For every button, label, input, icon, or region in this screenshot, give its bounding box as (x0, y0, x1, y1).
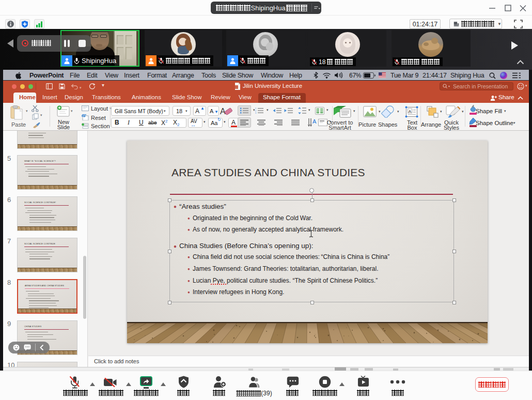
svg-text:A: A (312, 118, 317, 125)
svg-text:3: 3 (255, 112, 257, 114)
svg-text:A: A (409, 109, 412, 114)
svg-text:A: A (220, 107, 226, 116)
